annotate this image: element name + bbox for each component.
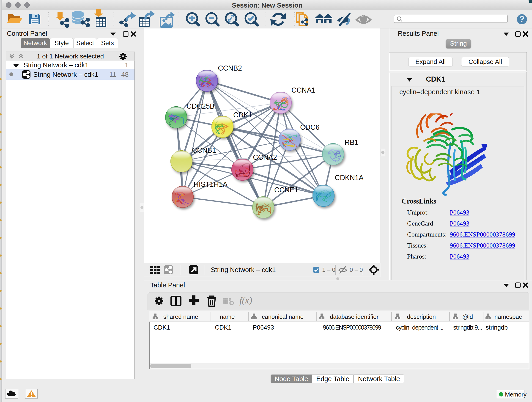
- svg-text:name: name: [220, 313, 234, 320]
- svg-text:CCNA2: CCNA2: [253, 153, 277, 161]
- svg-text:CDKN1A: CDKN1A: [335, 174, 364, 182]
- svg-text:CDK1: CDK1: [215, 324, 231, 331]
- svg-text:0 – 0: 0 – 0: [350, 266, 363, 273]
- svg-text:CDK1: CDK1: [153, 324, 170, 331]
- svg-text:CDC6: CDC6: [300, 123, 319, 131]
- svg-text:stringdb:9...: stringdb:9...: [453, 324, 482, 331]
- svg-text:description: description: [407, 313, 436, 320]
- svg-text:namespac: namespac: [494, 313, 522, 320]
- svg-text:P06493: P06493: [253, 324, 274, 331]
- svg-text:database identifier: database identifier: [330, 313, 379, 320]
- svg-text:f(x): f(x): [239, 295, 252, 306]
- svg-text:canonical name: canonical name: [262, 313, 304, 320]
- svg-text:String Network – cdk1: String Network – cdk1: [211, 266, 276, 274]
- svg-text:?: ?: [519, 14, 525, 24]
- svg-text:CCNB2: CCNB2: [218, 64, 242, 72]
- svg-text:HIST1H1A: HIST1H1A: [194, 180, 228, 188]
- svg-text:@id: @id: [462, 313, 473, 320]
- svg-text:CDK1: CDK1: [233, 111, 252, 119]
- svg-text:CDC25B: CDC25B: [186, 102, 215, 110]
- svg-text:cyclin–dependent ...: cyclin–dependent ...: [396, 324, 443, 331]
- svg-text:9606.ENSP00000378699: 9606.ENSP00000378699: [323, 324, 381, 331]
- svg-text:RB1: RB1: [345, 138, 358, 147]
- svg-text:CCNA1: CCNA1: [291, 86, 316, 94]
- svg-text:CCNB1: CCNB1: [192, 146, 216, 154]
- svg-text:1 – 0: 1 – 0: [322, 266, 336, 273]
- svg-text:shared name: shared name: [163, 313, 198, 320]
- svg-text:CCNE1: CCNE1: [274, 186, 298, 194]
- svg-text:stringdb: stringdb: [486, 324, 508, 331]
